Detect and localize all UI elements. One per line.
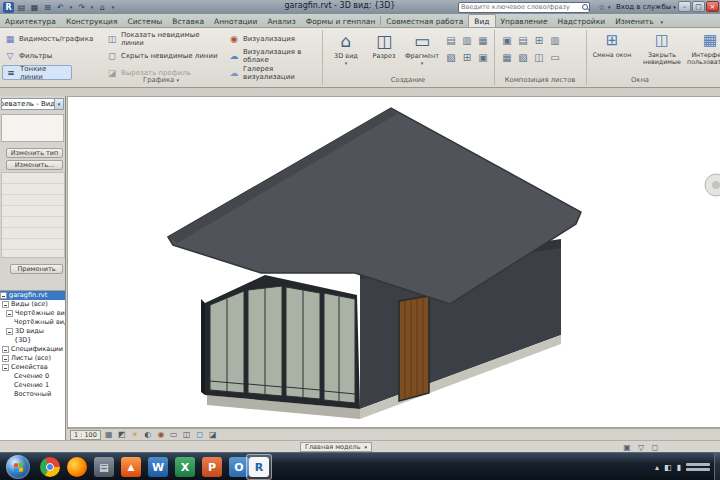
graphics-panel-label[interactable]: Графика ▾ [0,76,322,86]
close-hidden-button[interactable]: ◫ Закрыть невидимые [636,31,688,75]
favorites-star-icon[interactable]: ☆ [598,3,605,12]
visual-style-icon[interactable]: ◩ [117,430,127,440]
tree-item[interactable]: Спецификации [0,345,66,354]
new-sheet-icon[interactable]: ▣ [500,33,514,47]
tree-item[interactable]: Чертёжные виды (Деталь) [0,309,66,318]
app-logo[interactable]: R [3,2,14,13]
select-toggle-icon[interactable]: ◻ [650,442,660,452]
view-reference-icon[interactable]: ◫ [532,50,546,64]
expander-icon[interactable] [2,346,9,353]
tab-insert[interactable]: Вставка [167,15,209,27]
remove-hidden-lines-button[interactable]: ◻ Скрыть невидимые линии [104,48,222,63]
sheet-view-icon[interactable]: ▣ [476,50,490,64]
tab-overflow-dropdown-icon[interactable]: ▾ [659,17,666,27]
network-icon[interactable]: ◧ [664,463,672,472]
tree-item[interactable]: Сечение 1 [0,381,66,390]
visibility-graphics-button[interactable]: ▦ Видимость/графика [2,31,98,46]
chevron-down-icon[interactable]: ▾ [54,99,63,109]
worksets-icon[interactable]: ▣ [622,442,632,452]
render-icon[interactable]: ◉ [156,430,166,440]
render-in-cloud-button[interactable]: ☁ Визуализация в облаке [226,48,322,63]
tab-annotate[interactable]: Аннотации [209,15,262,27]
tab-view[interactable]: Вид [468,14,495,27]
sign-in-menu[interactable]: Вход в службы ▾ [616,0,676,14]
view-title-icon[interactable]: ▭ [548,50,562,64]
edit-button[interactable]: Изменить... [6,160,63,170]
expander-icon[interactable] [0,292,7,299]
start-button[interactable] [6,455,30,479]
word-icon[interactable]: W [148,457,168,477]
chrome-icon[interactable] [40,457,60,477]
schedules-icon[interactable]: ▧ [444,50,458,64]
guide-grid-icon[interactable]: ▥ [548,33,562,47]
help-dropdown-icon[interactable]: ▾ [608,4,611,10]
show-desktop-button[interactable] [714,453,720,480]
tab-structure[interactable]: Конструкция [61,15,123,27]
filters-button[interactable]: ▽ Фильтры [2,48,98,63]
sheet-composition-panel-label[interactable]: Композиция листов [494,76,586,86]
3d-view-dropdown-icon[interactable]: ▾ [345,60,348,66]
clock-area[interactable] [686,463,710,471]
tab-analyze[interactable]: Анализ [262,15,300,27]
sun-path-icon[interactable]: ☀ [130,430,140,440]
apply-button[interactable]: Применить [10,264,63,274]
title-block-icon[interactable]: ▤ [516,33,530,47]
firefox-icon[interactable] [67,457,87,477]
viewport-icon[interactable]: ▧ [516,50,530,64]
active-workset-dropdown[interactable]: Главная модель ▾ [300,442,372,452]
filter-icon[interactable]: ▽ [636,442,646,452]
tab-manage[interactable]: Управление [496,15,553,27]
reveal-hidden-icon[interactable]: ◪ [208,430,218,440]
tab-addins[interactable]: Надстройки [553,15,611,27]
type-selector-preview[interactable] [1,114,64,142]
home-3d-icon[interactable]: ⌂ [97,2,108,13]
media-player-icon[interactable]: ▲ [121,457,141,477]
qat-dropdown-icon[interactable]: ▾ [110,2,116,13]
tree-item[interactable]: Сечение 0 [0,372,66,381]
tree-item[interactable]: Листы (все) [0,354,66,363]
temporary-hide-icon[interactable]: ◻ [195,430,205,440]
3d-view-button[interactable]: ⌂ 3D вид ▾ [328,31,364,75]
render-button[interactable]: ◉ Визуализация [226,31,322,46]
tree-root-row[interactable]: garagfin.rvt [0,291,66,300]
volume-icon[interactable]: ▮ [677,463,681,472]
undo-dropdown-icon[interactable]: ▾ [68,2,74,13]
tray-expand-icon[interactable]: ▴ [655,463,659,472]
shadows-icon[interactable]: ◐ [143,430,153,440]
powerpoint-icon[interactable]: P [202,457,222,477]
tree-item[interactable]: 3D виды [0,327,66,336]
show-crop-icon[interactable]: ◫ [182,430,192,440]
windows-panel-label[interactable]: Окна [586,76,694,86]
revit-icon[interactable]: R [249,457,269,477]
maximize-button[interactable]: □ [692,1,705,12]
drafting-view-icon[interactable]: ▤ [444,33,458,47]
tab-collaborate[interactable]: Совместная работа [381,15,468,27]
matchline-icon[interactable]: ▦ [500,50,514,64]
create-panel-label[interactable]: Создание [322,76,494,86]
open-icon[interactable]: ▤ [16,2,27,13]
expander-icon[interactable] [6,310,13,317]
legends-icon[interactable]: ▦ [476,33,490,47]
tab-modify[interactable]: Изменить [610,15,658,27]
switch-windows-button[interactable]: ⊞ Смена окон [590,31,634,75]
user-interface-button[interactable]: ▦ Интерфейс пользователя [690,31,720,75]
expander-icon[interactable] [2,355,9,362]
tree-item[interactable]: Восточный [0,390,66,399]
search-input[interactable] [459,3,581,11]
undo-icon[interactable]: ↶ [55,2,66,13]
save-icon[interactable]: ▦ [29,2,40,13]
edit-type-button[interactable]: Изменить тип [6,148,63,158]
properties-parameter-rows[interactable] [1,172,65,258]
redo-icon[interactable]: ↷ [76,2,87,13]
scope-box-icon[interactable]: ⊞ [460,50,474,64]
callout-dropdown-icon[interactable]: ▾ [421,60,424,66]
detail-level-icon[interactable]: ▦ [104,430,114,440]
help-search-box[interactable] [458,2,590,13]
browser-organization-combo[interactable]: Обозреватель - Виды ▾ [1,98,64,110]
tree-item[interactable]: Чертёжный вид 1 [0,318,66,327]
tab-systems[interactable]: Системы [122,15,167,27]
duplicate-view-icon[interactable]: ▥ [460,33,474,47]
tree-item[interactable]: {3D} [0,336,66,345]
crop-view-icon[interactable]: ▭ [169,430,179,440]
tree-item[interactable]: Семейства [0,363,66,372]
